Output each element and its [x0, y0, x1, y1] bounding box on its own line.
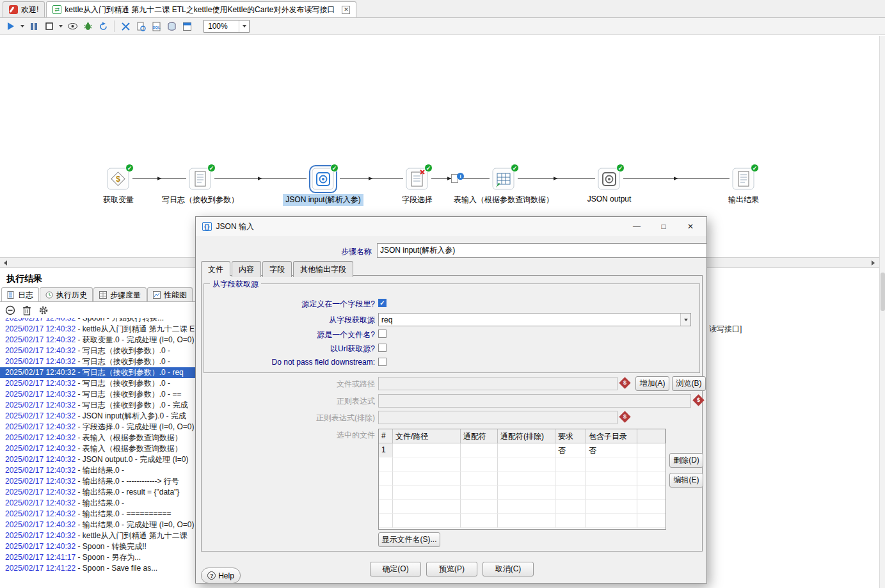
log-message: - 写日志（接收到参数）.0 - 完成 — [76, 401, 187, 409]
log-row[interactable]: 2025/02/17 12:40:32 - JSON output.0 - 完成… — [0, 454, 196, 465]
variable-icon: $ — [619, 411, 630, 422]
tab-transformation[interactable]: ⇄ kettle从入门到精通 第九十二课 ETL之kettle使用Kettle的… — [46, 1, 356, 17]
step-write-log[interactable]: ✓ 写日志（接收到参数） — [152, 168, 248, 206]
source-url-checkbox[interactable] — [378, 344, 387, 352]
chevron-down-icon[interactable] — [680, 314, 690, 326]
debug-button[interactable] — [80, 19, 95, 34]
right-vscrollbar[interactable] — [879, 36, 885, 588]
log-row[interactable]: 2025/02/17 12:40:32 - 写日志（接收到参数）.0 - — [0, 378, 196, 389]
tab-performance-graph[interactable]: 性能图 — [147, 287, 193, 302]
files-table-row[interactable] — [379, 472, 666, 486]
log-list[interactable]: 2025/02/17 12:40:32 - Spoon - 开始执行转换...2… — [0, 318, 196, 587]
log-row[interactable]: 2025/02/17 12:41:17 - Spoon - 另存为... — [0, 552, 196, 563]
zoom-select[interactable]: 100% — [203, 20, 250, 33]
show-filenames-button[interactable]: 显示文件名(S)... — [378, 532, 440, 547]
tab-log[interactable]: 日志 — [1, 287, 39, 302]
log-row[interactable]: 2025/02/17 12:40:32 - 写日志（接收到参数）.0 - 完成 — [0, 400, 196, 411]
files-table-row[interactable] — [379, 486, 666, 500]
log-row[interactable]: 2025/02/17 12:40:32 - Spoon - 开始执行转换... — [0, 318, 196, 324]
tab-close-icon[interactable]: ✕ — [342, 6, 350, 14]
tab-file[interactable]: 文件 — [201, 261, 230, 276]
close-button[interactable]: ✕ — [677, 217, 704, 236]
impact-button[interactable] — [133, 19, 148, 34]
tab-welcome[interactable]: 欢迎! — [3, 1, 45, 17]
ok-button[interactable]: 确定(O) — [370, 562, 421, 576]
run-options-caret[interactable] — [19, 19, 26, 34]
edit-button[interactable]: 编辑(E) — [669, 473, 703, 488]
files-table-row[interactable]: 1否否 — [379, 443, 666, 457]
files-table-cell: 否 — [555, 443, 586, 457]
pause-button[interactable] — [26, 19, 42, 34]
tab-fields[interactable]: 字段 — [262, 261, 292, 277]
source-is-filename-checkbox[interactable] — [378, 330, 387, 338]
files-table-row[interactable] — [379, 457, 666, 472]
tab-additional-output-fields[interactable]: 其他输出字段 — [293, 261, 353, 277]
step-json-input[interactable]: ✓ JSON input(解析入参) — [272, 168, 374, 206]
minimize-button[interactable]: — — [623, 217, 650, 236]
step-output-result[interactable]: ✓ 输出结果 — [712, 168, 776, 206]
scroll-left-arrow[interactable] — [0, 258, 10, 267]
log-row[interactable]: 2025/02/17 12:40:32 - 写日志（接收到参数）.0 - — [0, 356, 196, 367]
log-row[interactable]: 2025/02/17 12:40:32 - 获取变量.0 - 完成处理 (I=0… — [0, 335, 196, 346]
log-row[interactable]: 2025/02/17 12:41:22 - Spoon - Save file … — [0, 563, 196, 574]
cancel-button[interactable]: 取消(C) — [482, 562, 534, 576]
log-message: - 写日志（接收到参数）.0 - req — [76, 368, 184, 377]
tab-step-metrics[interactable]: 步骤度量 — [93, 287, 147, 302]
step-name-input[interactable]: JSON input(解析入参) — [377, 243, 707, 258]
source-field-combo[interactable]: req — [378, 313, 691, 326]
stop-button[interactable] — [42, 19, 57, 34]
log-row[interactable]: 2025/02/17 12:40:32 - 字段选择.0 - 完成处理 (I=0… — [0, 422, 196, 433]
hop-info-icon[interactable]: i — [451, 173, 464, 184]
preview-button[interactable] — [65, 19, 80, 34]
log-row[interactable]: 2025/02/17 12:40:32 - 输出结果.0 - — [0, 465, 196, 476]
sql-button[interactable]: SQL — [148, 19, 164, 34]
log-row[interactable]: 2025/02/17 12:40:32 - 输出结果.0 - ---------… — [0, 476, 196, 487]
delete-button[interactable]: 删除(D) — [669, 453, 703, 468]
chevron-down-icon[interactable] — [239, 20, 249, 32]
log-row[interactable]: 2025/02/17 12:40:32 - 表输入（根据参数查询数据） — [0, 433, 196, 443]
clear-log-button[interactable] — [22, 305, 31, 315]
log-row[interactable]: 2025/02/17 12:40:32 - 写日志（接收到参数）.0 - — [0, 346, 196, 356]
show-results-button[interactable] — [179, 19, 195, 34]
explore-db-button[interactable] — [164, 19, 179, 34]
selected-files-table[interactable]: #文件/路径通配符通配符(排除)要求包含子目录 1否否 — [378, 429, 666, 530]
log-row[interactable]: 2025/02/17 12:40:32 - 写日志（接收到参数）.0 - == — [0, 389, 196, 400]
scroll-right-arrow[interactable] — [868, 258, 878, 267]
preview-button[interactable]: 预览(P) — [426, 562, 477, 576]
regex-exclude-input[interactable] — [378, 411, 618, 424]
files-table-cell — [586, 500, 637, 514]
stop-options-caret[interactable] — [57, 19, 65, 34]
log-timestamp: 2025/02/17 12:40:32 — [5, 335, 76, 344]
tab-content[interactable]: 内容 — [232, 261, 261, 277]
log-row[interactable]: 2025/02/17 12:40:32 - JSON input(解析入参).0… — [0, 411, 196, 422]
maximize-button[interactable]: □ — [650, 217, 677, 236]
no-pass-downstream-checkbox[interactable] — [378, 358, 387, 366]
files-table-row[interactable] — [379, 500, 666, 514]
help-button[interactable]: ? Help — [201, 568, 241, 584]
log-row[interactable]: 2025/02/17 12:40:32 - 输出结果.0 - result = … — [0, 487, 196, 498]
step-get-variables[interactable]: $ ✓ 获取变量 — [80, 168, 157, 206]
log-row[interactable]: 2025/02/17 12:40:32 - 写日志（接收到参数）.0 - req — [0, 367, 196, 378]
verify-button[interactable] — [118, 19, 133, 34]
log-row[interactable]: 2025/02/17 12:40:32 - 输出结果.0 - 完成处理 (I=0… — [0, 520, 196, 530]
tab-history[interactable]: 执行历史 — [40, 287, 93, 302]
log-settings-button[interactable] — [38, 305, 49, 315]
step-name-value: JSON input(解析入参) — [380, 246, 455, 255]
files-table-row[interactable] — [379, 514, 666, 528]
log-row[interactable]: 2025/02/17 12:40:32 - Spoon - 转换完成!! — [0, 541, 196, 552]
log-row[interactable]: 2025/02/17 12:40:32 - kettle从入门到精通 第九十二课 — [0, 530, 196, 541]
log-row[interactable]: 2025/02/17 12:40:32 - 输出结果.0 - =========… — [0, 509, 196, 520]
log-row[interactable]: 2025/02/17 12:40:32 - kettle从入门到精通 第九十二课… — [0, 324, 196, 335]
log-row[interactable]: 2025/02/17 12:40:32 - 表输入（根据参数查询数据） — [0, 443, 196, 454]
collapse-button[interactable] — [5, 305, 15, 315]
file-path-input[interactable] — [378, 377, 618, 390]
add-button[interactable]: 增加(A) — [635, 376, 669, 391]
replay-button[interactable] — [95, 19, 111, 34]
log-row[interactable]: 2025/02/17 12:40:32 - 输出结果.0 - — [0, 498, 196, 509]
regex-input[interactable] — [378, 394, 691, 408]
step-json-output[interactable]: ✓ JSON output — [574, 168, 644, 204]
source-in-field-checkbox[interactable]: ✓ — [378, 299, 387, 307]
run-button[interactable] — [3, 19, 19, 34]
browse-button[interactable]: 浏览(B) — [672, 376, 706, 391]
vscroll-thumb[interactable] — [881, 273, 885, 311]
